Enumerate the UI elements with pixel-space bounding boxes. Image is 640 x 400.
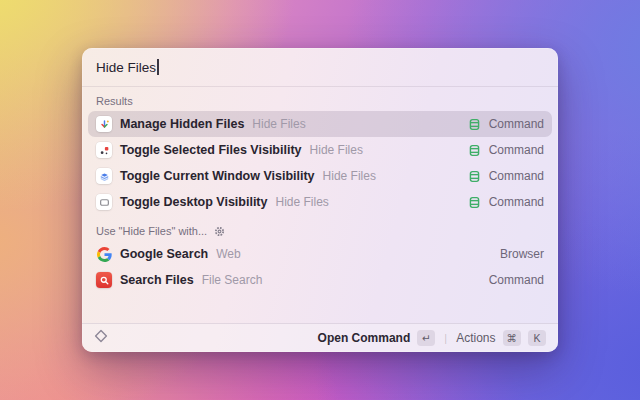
open-command-button[interactable]: Open Command xyxy=(318,331,411,345)
result-type: Command xyxy=(489,195,544,209)
k-key-icon[interactable]: K xyxy=(528,330,546,346)
result-subtitle: Hide Files xyxy=(310,143,363,157)
result-type: Command xyxy=(489,169,544,183)
toggle-desktop-icon xyxy=(96,194,112,210)
result-row-toggle-desktop[interactable]: Toggle Desktop Visibility Hide Files Com… xyxy=(88,189,552,215)
desktop-background: Hide Files Results Manage Hidden Files H… xyxy=(0,0,640,400)
fallback-type: Command xyxy=(489,273,544,287)
fallback-row-search-files[interactable]: Search Files File Search Command xyxy=(88,267,552,293)
launcher-window: Hide Files Results Manage Hidden Files H… xyxy=(82,48,558,352)
fallback-title: Search Files xyxy=(120,273,194,287)
result-title: Toggle Selected Files Visibility xyxy=(120,143,302,157)
command-key-icon[interactable]: ⌘ xyxy=(503,330,522,346)
fallback-header: Use "Hide Files" with... xyxy=(96,225,544,237)
result-type: Command xyxy=(489,143,544,157)
fallback-type: Browser xyxy=(500,247,544,261)
result-row-manage-hidden-files[interactable]: Manage Hidden Files Hide Files Command xyxy=(88,111,552,137)
result-title: Toggle Current Window Visibility xyxy=(120,169,315,183)
toggle-current-window-icon xyxy=(96,168,112,184)
file-search-icon xyxy=(96,272,112,288)
manage-hidden-files-icon xyxy=(96,116,112,132)
gear-icon[interactable] xyxy=(214,226,225,237)
text-caret xyxy=(157,59,159,75)
result-subtitle: Hide Files xyxy=(252,117,305,131)
result-row-toggle-current-window[interactable]: Toggle Current Window Visibility Hide Fi… xyxy=(88,163,552,189)
search-input[interactable]: Hide Files xyxy=(82,48,558,86)
raycast-logo-icon xyxy=(94,329,108,347)
result-title: Toggle Desktop Visibility xyxy=(120,195,267,209)
footer-separator: | xyxy=(444,332,447,344)
result-type: Command xyxy=(489,117,544,131)
result-title: Manage Hidden Files xyxy=(120,117,244,131)
result-subtitle: Hide Files xyxy=(275,195,328,209)
command-type-icon xyxy=(468,118,481,131)
result-row-toggle-selected-files[interactable]: Toggle Selected Files Visibility Hide Fi… xyxy=(88,137,552,163)
fallback-title: Google Search xyxy=(120,247,208,261)
command-type-icon xyxy=(468,144,481,157)
results-panel: Results Manage Hidden Files Hide Files C… xyxy=(82,87,558,323)
footer-bar: Open Command ↵ | Actions ⌘ K xyxy=(82,323,558,352)
result-subtitle: Hide Files xyxy=(323,169,376,183)
search-query-text: Hide Files xyxy=(96,60,156,75)
fallback-header-label: Use "Hide Files" with... xyxy=(96,225,207,237)
results-header: Results xyxy=(96,95,544,107)
fallback-subtitle: Web xyxy=(216,247,240,261)
command-type-icon xyxy=(468,170,481,183)
fallback-subtitle: File Search xyxy=(202,273,263,287)
fallback-row-google-search[interactable]: Google Search Web Browser xyxy=(88,241,552,267)
toggle-selected-files-icon xyxy=(96,142,112,158)
command-type-icon xyxy=(468,196,481,209)
return-key-icon[interactable]: ↵ xyxy=(417,330,435,346)
actions-button[interactable]: Actions xyxy=(456,331,495,345)
google-icon xyxy=(96,246,112,262)
